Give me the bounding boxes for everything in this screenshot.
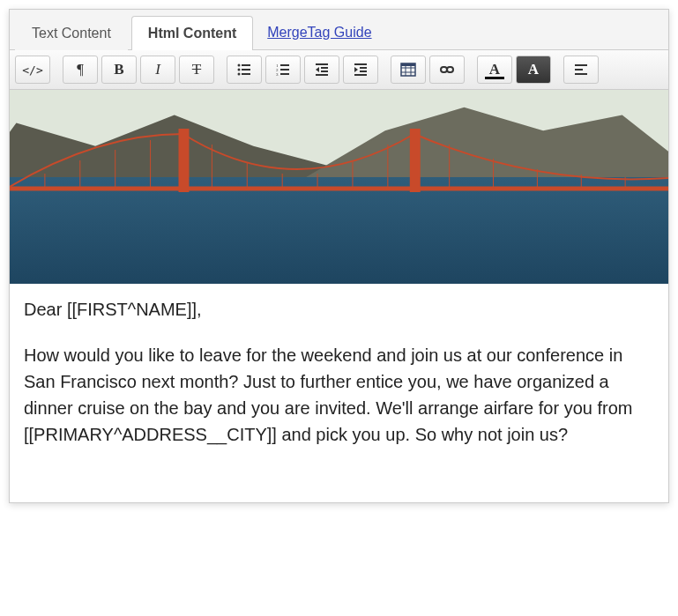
email-body[interactable]: Dear [[FIRST^NAME]], How would you like …: [10, 284, 668, 502]
svg-rect-17: [354, 63, 367, 65]
svg-rect-29: [447, 67, 453, 72]
source-button[interactable]: </>: [15, 56, 50, 84]
table-icon: [400, 62, 416, 78]
toolbar: </> ¶ B I T 123: [10, 50, 668, 90]
bold-button[interactable]: B: [101, 56, 137, 84]
tab-html-content[interactable]: Html Content: [131, 16, 253, 50]
indent-button[interactable]: [343, 56, 378, 84]
greeting-line: Dear [[FIRST^NAME]],: [24, 296, 654, 323]
text-color-icon: A: [489, 61, 500, 78]
svg-rect-15: [316, 74, 328, 76]
svg-rect-34: [178, 129, 189, 192]
align-icon: [573, 62, 589, 78]
svg-rect-13: [321, 67, 328, 69]
svg-rect-20: [354, 74, 367, 76]
editor-window: Text Content Html Content MergeTag Guide…: [9, 9, 669, 503]
strikethrough-button[interactable]: T: [179, 56, 214, 84]
svg-rect-12: [316, 63, 328, 65]
svg-text:3: 3: [276, 72, 279, 77]
body-paragraph: How would you like to leave for the week…: [24, 342, 654, 448]
svg-rect-14: [321, 71, 328, 72]
link-button[interactable]: [429, 56, 465, 84]
svg-point-4: [238, 73, 241, 76]
bridge-illustration: [10, 90, 668, 284]
outdent-icon: [314, 62, 330, 78]
svg-point-2: [238, 69, 241, 71]
hero-image: [10, 90, 668, 284]
svg-point-0: [238, 64, 241, 67]
svg-rect-1: [242, 64, 250, 66]
bullet-list-icon: [236, 62, 252, 78]
numbered-list-icon: 123: [275, 62, 291, 78]
tab-text-content[interactable]: Text Content: [15, 16, 128, 50]
tab-bar: Text Content Html Content MergeTag Guide: [10, 10, 668, 50]
link-icon: [439, 62, 455, 78]
svg-rect-35: [410, 129, 421, 192]
svg-rect-7: [280, 64, 289, 66]
bg-color-icon: A: [528, 61, 539, 78]
svg-marker-21: [354, 67, 358, 72]
svg-marker-16: [316, 67, 319, 72]
bg-color-button[interactable]: A: [516, 56, 551, 84]
italic-button[interactable]: I: [140, 56, 175, 84]
svg-rect-28: [441, 67, 447, 72]
svg-rect-30: [575, 64, 587, 66]
align-button[interactable]: [563, 56, 599, 84]
numbered-list-button[interactable]: 123: [265, 56, 301, 84]
bullet-list-button[interactable]: [227, 56, 262, 84]
table-button[interactable]: [391, 56, 426, 84]
text-color-button[interactable]: A: [477, 56, 512, 84]
svg-rect-19: [360, 71, 367, 72]
svg-rect-27: [401, 63, 415, 66]
svg-rect-32: [575, 73, 587, 75]
svg-rect-9: [280, 69, 289, 71]
mergetag-guide-link[interactable]: MergeTag Guide: [257, 16, 382, 49]
svg-rect-18: [360, 67, 367, 69]
svg-rect-11: [280, 73, 289, 75]
text-color-bar: [485, 77, 504, 79]
indent-icon: [353, 62, 369, 78]
svg-rect-3: [242, 69, 250, 71]
outdent-button[interactable]: [304, 56, 339, 84]
show-blocks-button[interactable]: ¶: [63, 56, 98, 84]
svg-rect-31: [575, 69, 583, 71]
svg-rect-5: [242, 73, 250, 75]
